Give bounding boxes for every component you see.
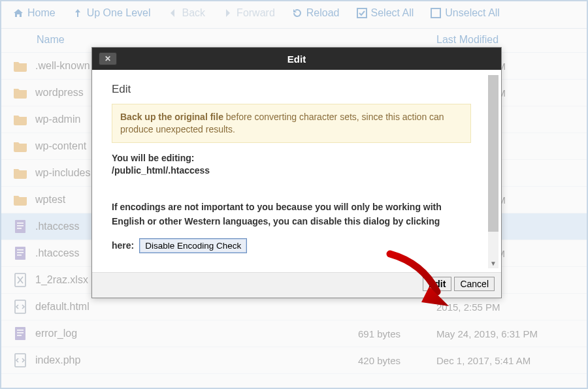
doc-icon	[10, 246, 30, 260]
doc-icon	[10, 219, 30, 234]
here-label: here:	[112, 240, 134, 251]
scrollbar-thumb[interactable]	[488, 75, 498, 232]
editing-label: You will be editing:	[112, 152, 471, 165]
dialog-title: Edit	[287, 54, 306, 65]
folder-icon	[10, 87, 30, 99]
file-modified: Dec 1, 2017, 5:41 AM	[436, 355, 587, 366]
file-name: error_log	[35, 328, 358, 339]
dialog-scrollbar[interactable]: ▼	[488, 75, 498, 268]
select-all-label: Select All	[371, 7, 414, 19]
back-button: Back	[168, 7, 206, 19]
reload-label: Reload	[306, 7, 340, 19]
dialog-body: Edit Back up the original file before co…	[92, 70, 501, 272]
arrow-left-icon	[168, 8, 178, 18]
disable-encoding-check-button[interactable]: Disable Encoding Check	[139, 238, 247, 253]
edit-button[interactable]: Edit	[423, 277, 451, 291]
folder-icon	[10, 114, 30, 125]
svg-rect-3	[17, 223, 24, 224]
unselect-all-button[interactable]: Unselect All	[431, 7, 500, 19]
svg-rect-6	[15, 247, 25, 260]
svg-rect-14	[17, 332, 24, 334]
up-one-level-button[interactable]: Up One Level	[73, 7, 151, 19]
reload-button[interactable]: Reload	[292, 7, 340, 19]
svg-rect-0	[357, 8, 367, 18]
svg-rect-12	[15, 327, 25, 340]
unselect-all-label: Unselect All	[445, 7, 500, 19]
arrow-up-icon	[73, 8, 83, 18]
svg-rect-13	[17, 330, 24, 331]
dialog-footer: Edit Cancel	[92, 272, 501, 298]
warning-bold: Back up the original file	[120, 112, 223, 122]
code-icon	[10, 300, 30, 314]
close-icon: ✕	[105, 54, 111, 63]
column-modified[interactable]: Last Modified	[436, 34, 587, 46]
table-row[interactable]: error_log691 bytesMay 24, 2019, 6:31 PM	[1, 320, 587, 347]
svg-rect-7	[17, 249, 24, 251]
doc-icon	[10, 326, 30, 341]
svg-rect-1	[431, 8, 440, 18]
home-button[interactable]: Home	[13, 7, 56, 19]
up-label: Up One Level	[87, 7, 151, 19]
svg-rect-9	[17, 255, 22, 256]
arrow-right-icon	[222, 8, 233, 18]
sheet-icon	[10, 273, 30, 287]
warning-box: Back up the original file before convert…	[112, 104, 471, 143]
file-modified: 2015, 2:55 PM	[436, 302, 587, 313]
code-icon	[10, 353, 30, 367]
home-label: Home	[27, 7, 56, 19]
back-label: Back	[182, 7, 206, 19]
file-size: 420 bytes	[358, 355, 436, 366]
reload-icon	[292, 8, 302, 18]
file-name: index.php	[35, 354, 358, 366]
file-modified: May 24, 2019, 6:31 PM	[436, 328, 587, 339]
editing-path: /public_html/.htaccess	[112, 164, 471, 178]
home-icon	[13, 8, 24, 18]
forward-label: Forward	[237, 7, 275, 19]
table-row[interactable]: index.php420 bytesDec 1, 2017, 5:41 AM	[1, 347, 587, 374]
dialog-titlebar: ✕ Edit	[92, 48, 501, 70]
toolbar: Home Up One Level Back Forward Reload Se…	[1, 1, 587, 29]
column-name[interactable]: Name	[37, 34, 436, 46]
cancel-button[interactable]: Cancel	[454, 277, 495, 291]
folder-icon	[10, 60, 30, 72]
svg-rect-2	[15, 220, 25, 233]
file-size: 691 bytes	[358, 328, 436, 339]
close-button[interactable]: ✕	[99, 52, 117, 65]
editing-info: You will be editing: /public_html/.htacc…	[112, 152, 471, 178]
forward-button: Forward	[222, 7, 275, 19]
svg-rect-5	[17, 228, 22, 229]
folder-icon	[10, 194, 30, 206]
edit-dialog: ✕ Edit Edit Back up the original file be…	[91, 47, 502, 298]
empty-square-icon	[431, 8, 441, 18]
dialog-heading: Edit	[112, 83, 471, 96]
select-all-button[interactable]: Select All	[357, 7, 414, 19]
file-name: default.html	[35, 301, 358, 313]
folder-icon	[10, 167, 30, 179]
svg-rect-15	[17, 335, 22, 336]
encoding-message: If encodings are not important to you be…	[112, 200, 471, 229]
check-square-icon	[357, 8, 367, 18]
svg-rect-8	[17, 252, 24, 253]
svg-rect-4	[17, 225, 24, 226]
folder-icon	[10, 140, 30, 152]
scroll-down-icon[interactable]: ▼	[488, 258, 498, 268]
